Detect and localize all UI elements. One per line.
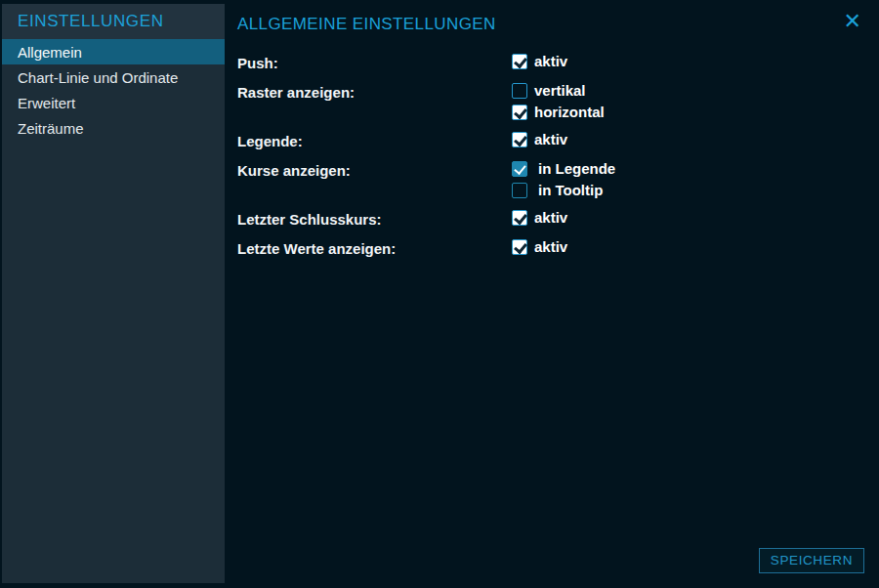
checkbox-legende-aktiv[interactable] (512, 132, 527, 147)
checkbox-kurse-in-legende[interactable] (512, 161, 527, 177)
checkbox-raster-horizontal[interactable] (512, 105, 527, 120)
sidebar-title: EINSTELLUNGEN (18, 12, 164, 31)
checkbox-schlusskurs-aktiv[interactable] (512, 210, 527, 226)
row-label: Legende: (237, 132, 512, 149)
row-label: Letzte Werte anzeigen: (237, 239, 512, 257)
form-row-push: Push: aktiv (237, 54, 863, 71)
form-row-raster-anzeigen: Raster anzeigen: vertikal horizontal (237, 83, 863, 120)
sidebar-item-label: Erweitert (18, 95, 75, 111)
checkbox-label: aktiv (534, 54, 567, 69)
row-label: Kurse anzeigen: (237, 161, 512, 179)
page-title: ALLGEMEINE EINSTELLUNGEN (237, 14, 863, 35)
close-icon[interactable]: ✕ (844, 11, 861, 32)
row-label: Raster anzeigen: (237, 83, 512, 101)
save-button[interactable]: SPEICHERN (759, 548, 864, 573)
sidebar-item-label: Zeiträume (18, 120, 84, 137)
sidebar-item-label: Allgemein (18, 44, 82, 61)
settings-form: Push: aktiv Raster anzeigen: vertikal ho… (237, 54, 863, 257)
checkbox-letzte-werte-aktiv[interactable] (512, 239, 527, 255)
row-label: Letzter Schlusskurs: (237, 210, 512, 228)
checkbox-option-raster-horizontal[interactable]: horizontal (512, 105, 605, 120)
sidebar-item-chart-linie-und-ordinate[interactable]: Chart-Linie und Ordinate (2, 64, 225, 90)
checkbox-push-aktiv[interactable] (512, 54, 527, 69)
checkbox-label: horizontal (534, 105, 605, 120)
sidebar-item-allgemein[interactable]: Allgemein (2, 39, 225, 64)
form-row-kurse-anzeigen: Kurse anzeigen: in Legende in Tooltip (237, 161, 863, 198)
checkbox-raster-vertikal[interactable] (512, 83, 527, 99)
sidebar-item-erweitert[interactable]: Erweitert (2, 90, 225, 115)
sidebar-item-label: Chart-Linie und Ordinate (18, 69, 178, 86)
checkbox-option-letzte-werte-aktiv[interactable]: aktiv (512, 239, 567, 255)
sidebar-item-zeitraeume[interactable]: Zeiträume (2, 115, 225, 141)
row-label: Push: (237, 54, 512, 71)
checkbox-label: aktiv (534, 132, 567, 147)
form-row-legende: Legende: aktiv (237, 132, 863, 149)
checkbox-option-schlusskurs-aktiv[interactable]: aktiv (512, 210, 567, 226)
checkbox-option-kurse-in-tooltip[interactable]: in Tooltip (512, 183, 615, 198)
settings-sidebar: EINSTELLUNGEN Allgemein Chart-Linie und … (2, 4, 225, 583)
form-row-letzte-werte-anzeigen: Letzte Werte anzeigen: aktiv (237, 239, 863, 257)
checkbox-kurse-in-tooltip[interactable] (512, 183, 527, 198)
settings-panel: ALLGEMEINE EINSTELLUNGEN ✕ Push: aktiv R… (225, 0, 879, 588)
checkbox-label: in Tooltip (538, 183, 603, 198)
checkbox-label: aktiv (534, 210, 567, 226)
checkbox-option-legende-aktiv[interactable]: aktiv (512, 132, 567, 147)
checkbox-option-push-aktiv[interactable]: aktiv (512, 54, 567, 69)
checkbox-option-raster-vertikal[interactable]: vertikal (512, 83, 605, 99)
checkbox-label: aktiv (534, 239, 567, 255)
sidebar-nav: Allgemein Chart-Linie und Ordinate Erwei… (2, 39, 225, 141)
form-row-letzter-schlusskurs: Letzter Schlusskurs: aktiv (237, 210, 863, 228)
sidebar-header: EINSTELLUNGEN (2, 4, 225, 39)
checkbox-option-kurse-in-legende[interactable]: in Legende (512, 161, 615, 177)
checkbox-label: vertikal (534, 83, 586, 99)
checkbox-label: in Legende (538, 161, 615, 177)
